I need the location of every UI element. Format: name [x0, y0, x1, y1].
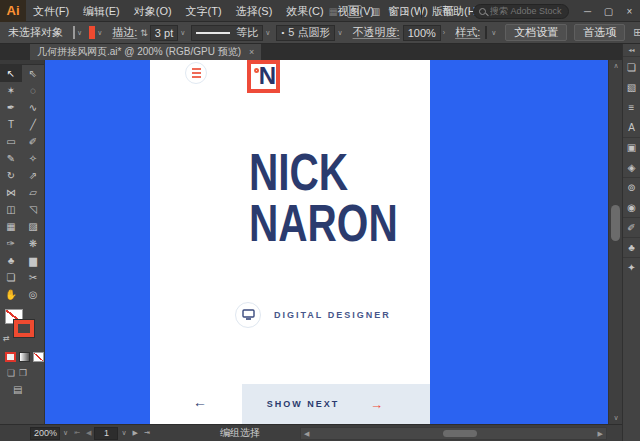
vertical-scrollbar[interactable]: ∧ ∨: [608, 60, 622, 424]
menu-file[interactable]: 文件(F): [26, 0, 76, 22]
gradient-panel-icon[interactable]: ▧: [623, 77, 640, 97]
prev-artboard-icon[interactable]: ◀: [86, 429, 91, 437]
expand-panels-icon[interactable]: ◂◂: [623, 44, 640, 57]
scroll-down-icon[interactable]: ∨: [609, 414, 623, 422]
close-button[interactable]: ×: [619, 0, 640, 22]
preferences-button[interactable]: 首选项: [574, 24, 625, 41]
prev-arrow[interactable]: ←: [193, 394, 207, 410]
artboard-tool[interactable]: ❏: [0, 269, 22, 286]
direct-selection-tool[interactable]: ⇖: [22, 65, 44, 82]
chevron-down-icon[interactable]: ∨: [265, 29, 270, 37]
appearance-panel-icon[interactable]: ◉: [623, 197, 640, 217]
last-artboard-icon[interactable]: ⇥: [144, 429, 150, 437]
artboard-number-field[interactable]: 1: [94, 427, 118, 440]
none-button[interactable]: [33, 352, 44, 362]
hand-tool[interactable]: ✋: [0, 286, 22, 303]
adobe-stock-icon[interactable]: St: [347, 5, 362, 18]
brushes-panel-icon[interactable]: ✐: [623, 217, 640, 237]
menu-object[interactable]: 对象(O): [127, 0, 179, 22]
tab-close-icon[interactable]: ×: [249, 47, 254, 57]
canvas[interactable]: N NICK NARON DIGITAL DESIGNER ← SHOW NEX…: [45, 60, 608, 424]
scroll-right-icon[interactable]: ▶: [598, 428, 603, 439]
minimize-button[interactable]: ─: [577, 0, 598, 22]
opacity-field[interactable]: 100%: [403, 25, 441, 41]
paintbrush-tool[interactable]: ✐: [22, 133, 44, 150]
shaper-tool[interactable]: ✧: [22, 150, 44, 167]
symbols-panel-icon[interactable]: ♣: [623, 237, 640, 257]
opacity-label[interactable]: 不透明度:: [353, 25, 400, 40]
graph-tool[interactable]: ▆: [22, 252, 44, 269]
chevron-down-icon[interactable]: ∨: [97, 29, 102, 37]
stroke-swatch[interactable]: [89, 26, 95, 39]
pathfinder-panel-icon[interactable]: ⊚: [623, 177, 640, 197]
line-tool[interactable]: ╱: [22, 116, 44, 133]
draw-behind-icon[interactable]: ❐: [19, 368, 27, 378]
type-tool[interactable]: T: [0, 116, 22, 133]
width-tool[interactable]: ⋈: [0, 184, 22, 201]
mesh-tool[interactable]: ▦: [0, 218, 22, 235]
screen-mode-icon[interactable]: ▤: [13, 384, 22, 395]
scroll-left-icon[interactable]: ◀: [304, 428, 309, 439]
fill-swatch[interactable]: [73, 26, 75, 39]
pencil-tool[interactable]: ✎: [0, 150, 22, 167]
artwork-logo[interactable]: N: [247, 60, 280, 93]
share-icon[interactable]: ✈: [395, 6, 415, 17]
show-next-button[interactable]: SHOW NEXT →: [242, 384, 430, 424]
selection-tool[interactable]: ↖: [0, 65, 22, 82]
artwork-white-panel[interactable]: N NICK NARON DIGITAL DESIGNER ← SHOW NEX…: [150, 60, 430, 424]
stroke-label[interactable]: 描边:: [112, 25, 137, 40]
shape-builder-tool[interactable]: ◫: [0, 201, 22, 218]
color-button[interactable]: [5, 352, 16, 362]
zoom-tool[interactable]: ◎: [22, 286, 44, 303]
horizontal-scroll-thumb[interactable]: [443, 430, 477, 437]
opacity-more-icon[interactable]: ›: [443, 29, 445, 36]
hero-title[interactable]: NICK NARON: [249, 147, 398, 249]
scale-tool[interactable]: ⇗: [22, 167, 44, 184]
swatches-panel-icon[interactable]: ❏: [623, 57, 640, 77]
horizontal-scrollbar[interactable]: ◀ ▶: [300, 427, 607, 440]
chevron-down-icon[interactable]: ∨: [63, 429, 68, 437]
document-setup-button[interactable]: 文档设置: [505, 24, 567, 41]
magic-wand-tool[interactable]: ✶: [0, 82, 22, 99]
transform-widget-icon[interactable]: ⊞: [633, 26, 640, 39]
gradient-button[interactable]: [19, 352, 30, 362]
blend-tool[interactable]: ❋: [22, 235, 44, 252]
free-transform-tool[interactable]: ▱: [22, 184, 44, 201]
rectangle-tool[interactable]: ▭: [0, 133, 22, 150]
rotate-tool[interactable]: ↻: [0, 167, 22, 184]
style-swatch[interactable]: [485, 26, 487, 39]
document-tab[interactable]: 几何拼接风网页.ai* @ 200% (RGB/GPU 预览) ×: [30, 44, 261, 60]
perspective-grid-tool[interactable]: ◹: [22, 201, 44, 218]
arrange-documents-icon[interactable]: ▥: [366, 6, 386, 17]
chevron-down-icon[interactable]: ∨: [458, 7, 463, 15]
vertical-scroll-thumb[interactable]: [611, 205, 620, 241]
zoom-level-field[interactable]: 200%: [30, 427, 60, 440]
style-label[interactable]: 样式:: [455, 25, 480, 40]
menu-edit[interactable]: 编辑(E): [76, 0, 127, 22]
stroke-weight-field[interactable]: 3 pt: [150, 25, 178, 41]
transparency-panel-icon[interactable]: ▣: [623, 137, 640, 157]
stroke-proxy[interactable]: [14, 320, 34, 337]
workspace-switcher[interactable]: 版面: [432, 4, 454, 19]
subtitle-row[interactable]: DIGITAL DESIGNER: [235, 302, 391, 328]
curvature-tool[interactable]: ∿: [22, 99, 44, 116]
hamburger-menu-icon[interactable]: [185, 62, 207, 84]
next-artboard-icon[interactable]: ▶: [133, 429, 138, 437]
default-swatches-icon[interactable]: ⇄: [3, 334, 10, 343]
chevron-down-icon[interactable]: ∨: [180, 29, 185, 37]
chevron-down-icon[interactable]: ∨: [77, 29, 82, 37]
first-artboard-icon[interactable]: ⇤: [74, 429, 80, 437]
draw-normal-icon[interactable]: ❏: [7, 368, 15, 378]
character-panel-icon[interactable]: A: [623, 117, 640, 137]
symbol-sprayer-tool[interactable]: ♣: [0, 252, 22, 269]
stroke-stepper-icon[interactable]: ⇅: [140, 28, 148, 38]
chevron-down-icon[interactable]: ∨: [121, 429, 126, 437]
brush-definition-dropdown[interactable]: • 5 点圆形: [276, 25, 335, 41]
chevron-down-icon[interactable]: ∨: [491, 29, 496, 37]
pen-tool[interactable]: ✒: [0, 99, 22, 116]
lasso-tool[interactable]: ◌: [22, 82, 44, 99]
stroke-panel-icon[interactable]: ≡: [623, 97, 640, 117]
menu-select[interactable]: 选择(S): [229, 0, 280, 22]
gradient-tool[interactable]: ▨: [22, 218, 44, 235]
graphic-styles-panel-icon[interactable]: ✦: [623, 257, 640, 277]
